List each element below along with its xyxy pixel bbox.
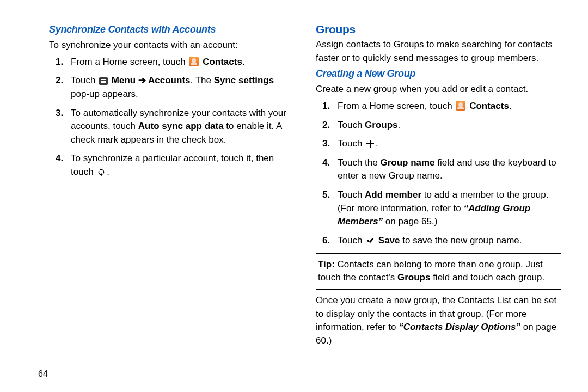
subheading-create-group: Creating a New Group <box>316 68 561 79</box>
groups-intro: Assign contacts to Groups to make search… <box>316 38 561 65</box>
check-icon <box>366 236 375 245</box>
after-text: Once you create a new group, the Contact… <box>316 294 561 348</box>
accounts-label: Accounts <box>148 75 190 85</box>
sync-settings-label: Sync settings <box>214 75 274 85</box>
text: Touch <box>71 75 98 85</box>
step-item: To synchronize a particular account, tou… <box>71 152 294 179</box>
step-item: Touch . <box>338 137 561 151</box>
create-group-intro: Create a new group when you add or edit … <box>316 83 561 96</box>
sync-icon <box>97 168 106 176</box>
left-column: Synchronize Contacts with Accounts To sy… <box>38 22 305 381</box>
plus-icon <box>366 139 375 148</box>
text: Touch <box>338 138 365 149</box>
contacts-label: Contacts <box>469 101 509 111</box>
step-item: Touch Menu ➔ Accounts. The Sync settings… <box>71 74 294 101</box>
tip-block: Tip: Contacts can belong to more than on… <box>316 258 561 285</box>
arrow-icon: ➔ <box>136 75 148 85</box>
sync-steps: From a Home screen, touch Contacts. Touc… <box>49 56 294 179</box>
text: . <box>376 138 378 149</box>
text: pop-up appears. <box>71 89 138 99</box>
step-item: Touch Groups. <box>338 119 561 132</box>
step-item: From a Home screen, touch Contacts. <box>338 100 561 113</box>
step-item: Touch Add member to add a member to the … <box>338 188 561 229</box>
step-item: Touch Save to save the new group name. <box>338 234 561 248</box>
right-column: Groups Assign contacts to Groups to make… <box>305 22 572 381</box>
contacts-label: Contacts <box>203 57 242 67</box>
text: From a Home screen, touch <box>71 57 188 67</box>
divider <box>316 289 561 290</box>
text: Touch <box>338 235 365 246</box>
text: to save the new group name. <box>400 235 522 246</box>
section-heading-groups: Groups <box>316 23 561 36</box>
text: . <box>509 101 512 111</box>
menu-icon <box>99 77 108 85</box>
add-member-label: Add member <box>365 189 421 200</box>
section-heading-sync: Synchronize Contacts with Accounts <box>49 24 294 35</box>
intro-text: To synchronize your contacts with an acc… <box>49 39 294 52</box>
manual-page: Synchronize Contacts with Accounts To sy… <box>0 0 588 392</box>
menu-label: Menu <box>112 75 136 85</box>
tip-lead: Tip: <box>318 259 335 270</box>
step-item: From a Home screen, touch Contacts. <box>71 56 294 69</box>
contacts-icon <box>189 57 199 66</box>
text: . <box>398 120 401 130</box>
text: . <box>107 167 109 177</box>
step-item: To automatically synchronize your contac… <box>71 107 294 147</box>
text: on page 65.) <box>383 216 437 226</box>
text: field and touch each group. <box>430 272 544 283</box>
page-number: 64 <box>38 369 48 379</box>
group-name-label: Group name <box>380 157 434 168</box>
tip-text: Tip: Contacts can belong to more than on… <box>316 258 561 285</box>
groups-label: Groups <box>365 120 397 130</box>
step-item: Touch the Group name field and use the k… <box>338 156 561 183</box>
groups-label: Groups <box>397 272 430 283</box>
save-label: Save <box>378 235 400 246</box>
text: Touch <box>338 120 365 130</box>
divider <box>316 253 561 254</box>
text: Touch the <box>338 157 380 168</box>
auto-sync-label: Auto sync app data <box>138 121 224 131</box>
cross-ref: “Contacts Display Options” <box>399 322 520 332</box>
text: Touch <box>338 189 365 200</box>
text: . The <box>191 75 214 85</box>
contacts-icon <box>456 101 465 111</box>
create-group-steps: From a Home screen, touch Contacts. Touc… <box>316 100 561 248</box>
text: . <box>242 57 245 67</box>
text: From a Home screen, touch <box>338 101 455 111</box>
